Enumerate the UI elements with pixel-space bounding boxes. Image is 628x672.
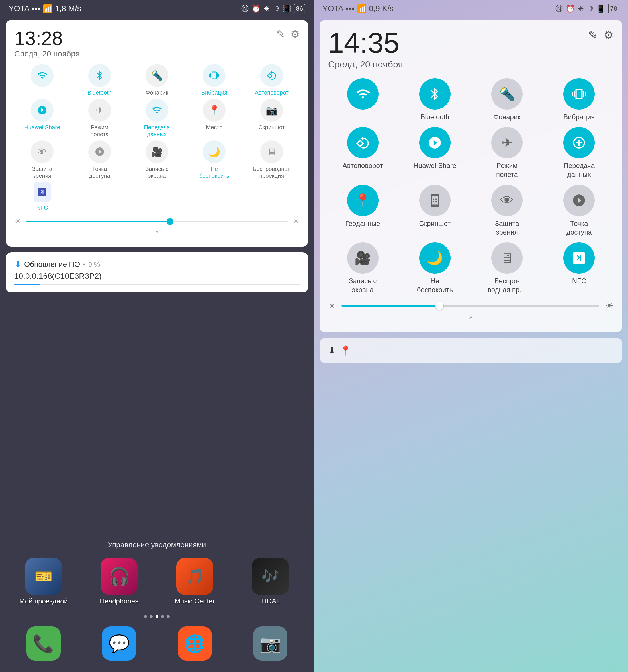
left-notification-panel: 13:28 Среда, 20 ноября ✎ ⚙ Bluetooth	[6, 20, 308, 246]
left-settings-icon[interactable]: ⚙	[290, 28, 300, 41]
toggle-cast[interactable]: 🖥 Беспроводнаяпроекция	[244, 140, 300, 179]
right-data-toggle-label: Передачаданных	[564, 161, 595, 179]
right-toggle-cast[interactable]: 🖥 Беспро-водная пр…	[472, 242, 542, 294]
right-brightness-thumb	[436, 302, 443, 310]
app-headphones[interactable]: 🎧 Headphones	[91, 558, 147, 605]
manage-notif-button[interactable]: Управление уведомлениями	[6, 541, 308, 549]
phone-icon: 📞	[26, 626, 61, 661]
my-pass-label: Мой проездной	[19, 597, 68, 605]
left-carrier: YOTA	[8, 4, 30, 13]
alarm-icon: ⏰	[252, 4, 261, 13]
brightness-high-icon: ☀	[293, 217, 300, 226]
hotspot-toggle-icon	[88, 140, 111, 163]
right-cast-toggle-icon: 🖥	[491, 242, 522, 274]
right-record-toggle-label: Запись сэкрана	[349, 277, 376, 294]
right-toggle-flashlight[interactable]: 🔦 Фонарик	[472, 78, 542, 121]
right-settings-icon[interactable]: ⚙	[604, 28, 614, 42]
right-record-toggle-icon: 🎥	[347, 242, 378, 274]
dnd-toggle-label: Небеспокоить	[200, 165, 229, 179]
right-toggle-screenshot[interactable]: Скриншот	[400, 185, 469, 237]
update-title: Обновление ПО	[24, 260, 80, 269]
right-status-icons: Ⓝ ⏰ ✳ ☽ 📳 78	[555, 4, 620, 14]
toggle-data[interactable]: Передачаданных	[129, 99, 185, 138]
toggle-flashlight[interactable]: 🔦 Фонарик	[129, 64, 185, 96]
right-edit-icon[interactable]: ✎	[588, 28, 598, 42]
toggle-location[interactable]: 📍 Место	[186, 99, 242, 138]
toggle-bluetooth[interactable]: Bluetooth	[71, 64, 127, 96]
app-music-center[interactable]: 🎵 Music Center	[166, 558, 223, 605]
dock-messages[interactable]: 💬	[91, 626, 147, 661]
right-vibrate-toggle-label: Вибрация	[563, 113, 595, 121]
nfc-toggle-icon	[33, 182, 51, 202]
right-toggle-bluetooth[interactable]: Bluetooth	[400, 78, 469, 121]
battery-indicator: 86	[294, 4, 305, 14]
right-hotspot-toggle-label: Точкадоступа	[566, 219, 592, 237]
toggle-record[interactable]: 🎥 Запись сэкрана	[129, 140, 185, 179]
toggle-hotspot[interactable]: Точкадоступа	[71, 140, 127, 179]
right-wifi-icon: 📶	[356, 4, 367, 14]
toggle-screenshot[interactable]: 📷 Скриншот	[244, 99, 300, 138]
messages-icon: 💬	[102, 626, 136, 661]
right-toggle-record[interactable]: 🎥 Запись сэкрана	[328, 242, 397, 294]
left-update-notification: ⬇ Обновление ПО • 9 % 10.0.0.168(C10E3R3…	[6, 252, 308, 292]
right-wifi-toggle-icon	[347, 78, 378, 110]
right-screenshot-toggle-label: Скриншот	[419, 219, 450, 228]
left-brightness-track[interactable]	[26, 221, 288, 222]
left-edit-icon[interactable]: ✎	[276, 28, 285, 41]
right-toggle-hotspot[interactable]: Точкадоступа	[544, 185, 614, 237]
left-brightness-thumb	[167, 218, 173, 225]
right-toggle-geodata[interactable]: 📍 Геоданные	[328, 185, 397, 237]
right-cast-toggle-label: Беспро-водная пр…	[488, 277, 526, 294]
left-wifi-icon: 📶	[43, 4, 53, 14]
update-header: ⬇ Обновление ПО • 9 %	[14, 259, 300, 269]
right-geodata-toggle-icon: 📍	[347, 185, 378, 216]
dock-chrome[interactable]: 🌐	[166, 626, 223, 661]
toggle-nfc[interactable]: NFC	[14, 182, 70, 211]
right-status-bar: YOTA ▪▪▪ 📶 0,9 K/s Ⓝ ⏰ ✳ ☽ 📳 78	[314, 0, 628, 17]
right-panel-header: 14:35 Среда, 20 ноября ✎ ⚙	[328, 28, 614, 70]
right-toggle-dnd[interactable]: 🌙 Небеспокоить	[400, 242, 469, 294]
toggle-huawei-share[interactable]: Huawei Share	[14, 99, 70, 138]
toggle-dnd[interactable]: 🌙 Небеспокоить	[186, 140, 242, 179]
update-version: 10.0.0.168(C10E3R3P2)	[14, 272, 300, 281]
right-toggle-autorotate[interactable]: Автоповорот	[328, 127, 397, 179]
right-toggle-nfc[interactable]: NFC	[544, 242, 614, 294]
right-bottom-notification: ⬇ 📍	[320, 338, 622, 363]
right-signal: ▪▪▪	[346, 4, 354, 13]
toggle-airplane[interactable]: ✈ Режимполета	[71, 99, 127, 138]
toggle-wifi[interactable]	[14, 64, 70, 96]
right-toggle-airplane[interactable]: ✈ Режимполета	[472, 127, 542, 179]
right-airplane-toggle-label: Режимполета	[496, 161, 518, 179]
right-moon-icon: ☽	[587, 4, 593, 13]
dock-camera[interactable]: 📷	[242, 626, 299, 661]
right-brightness-fill	[342, 305, 439, 307]
right-toggle-huawei-share[interactable]: Huawei Share	[400, 127, 469, 179]
right-toggle-data[interactable]: Передачаданных	[544, 127, 614, 179]
toggle-eye[interactable]: 👁 Защитазрения	[14, 140, 70, 179]
left-panel-header: 13:28 Среда, 20 ноября ✎ ⚙	[14, 28, 300, 58]
toggle-autorotate[interactable]: Автоповорот	[244, 64, 300, 96]
right-toggle-eye[interactable]: 👁 Защитазрения	[472, 185, 542, 237]
right-toggle-vibrate[interactable]: Вибрация	[544, 78, 614, 121]
app-my-pass[interactable]: 🎫 Мой проездной	[15, 558, 72, 605]
right-brightness-track[interactable]	[342, 305, 599, 307]
app-tidal[interactable]: 🎶 TIDAL	[242, 558, 299, 605]
update-percent: •	[83, 261, 85, 268]
left-panel-collapse[interactable]: ^	[14, 229, 300, 238]
tidal-icon: 🎶	[252, 558, 289, 595]
right-download-icon: ⬇	[328, 345, 336, 356]
right-notification-panel: 14:35 Среда, 20 ноября ✎ ⚙ Bluetooth	[320, 20, 622, 332]
right-alarm-icon: ⏰	[566, 4, 575, 13]
right-time-date: 14:35 Среда, 20 ноября	[328, 28, 403, 70]
right-panel-collapse[interactable]: ^	[328, 315, 614, 324]
toggle-vibrate[interactable]: Вибрация	[186, 64, 242, 96]
location-toggle-label: Место	[206, 124, 223, 131]
dock-phone[interactable]: 📞	[15, 626, 72, 661]
bluetooth-toggle-icon	[88, 64, 111, 87]
right-vibrate-icon: 📳	[596, 4, 605, 13]
right-geodata-toggle-label: Геоданные	[346, 219, 380, 228]
moon-icon: ☽	[273, 4, 279, 13]
right-toggle-wifi[interactable]	[328, 78, 397, 121]
right-autorotate-toggle-label: Автоповорот	[343, 161, 383, 170]
left-status-icons: Ⓝ ⏰ ✳ ☽ 📳 86	[241, 4, 305, 14]
